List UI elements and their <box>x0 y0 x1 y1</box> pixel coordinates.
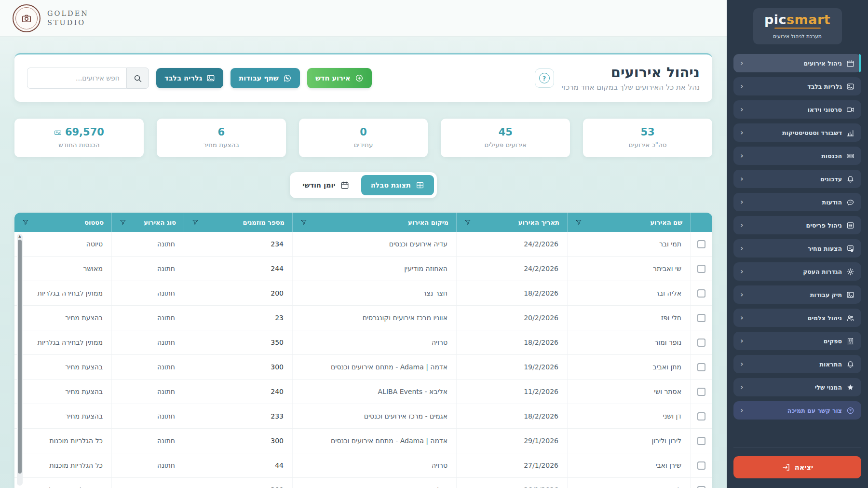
table-row[interactable]: דן ושני 18/2/2026 אגמים - מרכז אירועים ו… <box>14 404 712 429</box>
filter-icon[interactable] <box>575 219 582 226</box>
event-date-cell: 18/2/2026 <box>456 281 567 305</box>
content: ניהול אירועים נהל את כל האירועים שלך במק… <box>0 37 727 488</box>
help-button[interactable]: ? <box>535 68 554 88</box>
row-checkbox[interactable] <box>697 461 705 470</box>
sidebar-item-alarm[interactable]: התראות ‹ <box>733 355 861 373</box>
sidebar-item-icon <box>846 268 854 276</box>
table-scrollbar[interactable]: ▲ <box>17 234 23 486</box>
row-checkbox[interactable] <box>697 289 705 298</box>
search-button[interactable] <box>126 68 149 89</box>
logout-button[interactable]: יציאה <box>733 456 861 478</box>
column-header[interactable]: סטטוס <box>14 213 111 232</box>
chevron-left-icon: ‹ <box>740 268 744 275</box>
stat-label: בהצעת מחיר <box>203 141 239 149</box>
event-date-cell: 19/2/2026 <box>456 355 567 379</box>
event-location-cell: אליבא - ALIBA Events <box>292 380 456 404</box>
sidebar-item-icon <box>846 337 854 345</box>
scrollbar-thumb[interactable] <box>18 240 22 474</box>
event-type-cell: חתונה <box>111 257 184 281</box>
share-works-button[interactable]: שתף עבודות <box>231 68 300 88</box>
stats-row: 53 סה"כ אירועים 45 אירועים פעילים 0 עתיד… <box>14 119 712 157</box>
table-row[interactable]: אסתר ושי 11/2/2026 אליבא - ALIBA Events … <box>14 380 712 404</box>
event-name-cell: תמי ובר <box>567 232 690 256</box>
scroll-up-icon[interactable]: ▲ <box>18 234 21 239</box>
sidebar-item-portfolio[interactable]: תיק עבודות ‹ <box>733 285 861 304</box>
camera-icon <box>15 7 38 29</box>
chevron-left-icon: ‹ <box>740 360 744 368</box>
table-row[interactable]: שי ואביתר 24/2/2026 האחוזה מודיעין 244 ח… <box>14 257 712 281</box>
row-checkbox[interactable] <box>697 363 705 371</box>
sidebar-item-money[interactable]: הכנסות ‹ <box>733 147 861 165</box>
sidebar-item-video[interactable]: סרטוני וידאו ‹ <box>733 100 861 119</box>
row-checkbox[interactable] <box>697 339 705 347</box>
row-checkbox[interactable] <box>697 265 705 273</box>
page-header-card: ניהול אירועים נהל את כל האירועים שלך במק… <box>14 53 712 102</box>
row-checkbox[interactable] <box>697 388 705 396</box>
sidebar-item-quote[interactable]: הצעות מחיר ‹ <box>733 239 861 258</box>
column-header[interactable]: שם האירוע <box>567 213 690 232</box>
column-header[interactable]: סוג האירוע <box>111 213 184 232</box>
logo-smart: smart <box>787 12 830 27</box>
filter-icon[interactable] <box>300 219 307 226</box>
sidebar-item-gear[interactable]: הגדרות העסק ‹ <box>733 262 861 281</box>
column-header[interactable]: תאריך האירוע <box>456 213 567 232</box>
event-location-cell: טרויה <box>292 453 456 477</box>
filter-icon[interactable] <box>22 219 29 226</box>
filter-icon[interactable] <box>464 219 471 226</box>
table-row[interactable]: מתן ואביב 19/2/2026 אדמה | Adama - מתחם … <box>14 355 712 380</box>
event-type-cell: חתונה <box>111 330 184 354</box>
column-header[interactable]: מיקום האירוע <box>292 213 456 232</box>
event-location-cell: אדמה | Adama - מתחם אירועים וכנסים <box>292 429 456 453</box>
table-row[interactable]: אליה ובר 18/2/2026 חצר נצר 200 חתונה ממת… <box>14 281 712 306</box>
sidebar-item-chart[interactable]: דשבורד וסטטיסטיקות ‹ <box>733 123 861 142</box>
search-input[interactable] <box>27 68 126 89</box>
table-row[interactable]: לירון ולירון 29/1/2026 אדמה | Adama - מת… <box>14 429 712 453</box>
column-header[interactable]: מספר מוזמנים <box>184 213 292 232</box>
picsmart-logo: picsmart מערכת לניהול אירועים <box>753 8 842 44</box>
sidebar-item-star[interactable]: המנוי שלי ‹ <box>733 378 861 396</box>
monthly-calendar-tab[interactable]: יומן חודשי <box>293 175 359 195</box>
row-checkbox[interactable] <box>697 486 705 488</box>
sidebar-item-list[interactable]: ניהול פריסים ‹ <box>733 216 861 234</box>
stat-label: אירועים פעילים <box>485 141 527 149</box>
table-row[interactable]: חלי ופז 20/2/2026 אווניו מרכז אירועים וק… <box>14 306 712 330</box>
event-type-cell: חתונה <box>111 281 184 305</box>
table-view-tab[interactable]: תצוגת טבלה <box>361 175 434 195</box>
table-row[interactable]: ליאת ותמיר 26/1/2026 אולם מופעים גבעת בר… <box>14 478 712 488</box>
view-toggle: תצוגת טבלה יומן חודשי <box>290 172 437 198</box>
event-location-cell: אולם מופעים גבעת ברנר <box>292 478 456 488</box>
table-row[interactable]: נופר ומור 18/2/2026 טרויה 350 חתונה ממתי… <box>14 330 712 355</box>
sidebar-item-label: הצעות מחיר <box>808 245 842 252</box>
brand-line1: GOLDEN <box>47 9 89 18</box>
table-row[interactable]: תמי ובר 24/2/2026 עדיה אירועים וכנסים 23… <box>14 232 712 257</box>
sidebar-item-bell[interactable]: עדכונים ‹ <box>733 170 861 188</box>
sidebar-item-chat[interactable]: הודעות ‹ <box>733 193 861 211</box>
stat-value: 6 <box>217 127 225 137</box>
filter-icon[interactable] <box>192 219 199 226</box>
column-label: מיקום האירוע <box>408 219 448 226</box>
stat-value: 45 <box>499 127 513 137</box>
sidebar-item-question[interactable]: צור קשר עם תמיכה ‹ <box>733 401 861 420</box>
gallery-only-button[interactable]: גלריה בלבד <box>156 68 223 88</box>
row-checkbox[interactable] <box>697 240 705 248</box>
sidebar-item-label: סרטוני וידאו <box>808 106 842 113</box>
chevron-left-icon: ‹ <box>740 221 744 229</box>
event-type-cell: חתונה <box>111 478 184 488</box>
row-select-cell <box>690 355 712 379</box>
chevron-left-icon: ‹ <box>740 244 744 252</box>
sidebar-item-users[interactable]: ניהול צלמים ‹ <box>733 309 861 327</box>
event-name-cell: אליה ובר <box>567 281 690 305</box>
table-row[interactable]: שירן ואבי 27/1/2026 טרויה 44 חתונה כל הג… <box>14 453 712 478</box>
row-checkbox[interactable] <box>697 314 705 322</box>
row-checkbox[interactable] <box>697 412 705 420</box>
sidebar-item-building[interactable]: ספקים ‹ <box>733 332 861 350</box>
guests-count-cell: 200 <box>184 281 292 305</box>
sidebar-item-image[interactable]: גלריות בלבד ‹ <box>733 77 861 95</box>
stat-value-text: 0 <box>360 127 367 137</box>
filter-icon[interactable] <box>120 219 126 226</box>
sidebar-item-calendar[interactable]: ניהול אירועים ‹ <box>733 54 861 72</box>
event-location-cell: אווניו מרכז אירועים וקונגרסים <box>292 306 456 330</box>
stat-card: 45 אירועים פעילים <box>441 119 570 157</box>
new-event-button[interactable]: אירוע חדש <box>307 68 372 88</box>
row-checkbox[interactable] <box>697 437 705 445</box>
